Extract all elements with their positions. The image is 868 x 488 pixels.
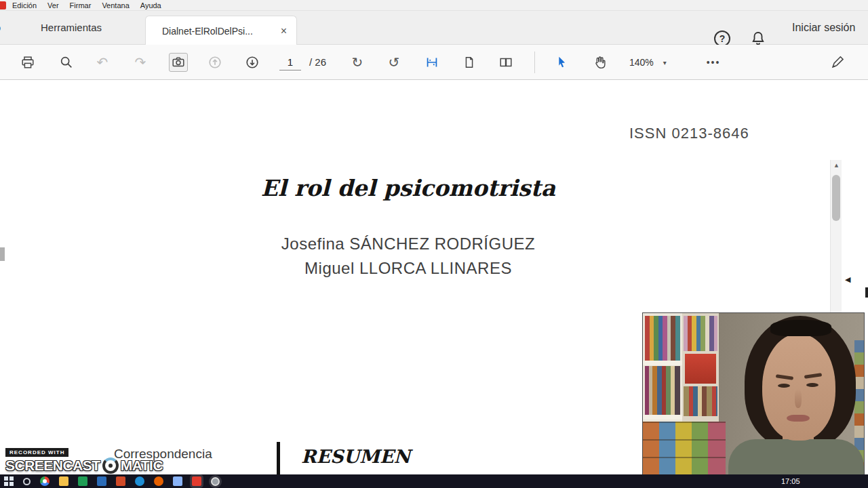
acrobat-reader-icon[interactable] bbox=[192, 476, 201, 486]
scroll-up-arrow-icon[interactable]: ▲ bbox=[831, 160, 842, 171]
rotate-counterclockwise-button[interactable]: ↺ bbox=[384, 53, 403, 72]
menu-item-ver[interactable]: Ver bbox=[47, 1, 59, 9]
next-page-button[interactable] bbox=[243, 53, 262, 72]
zoom-level-select[interactable]: 140% ▾ bbox=[625, 53, 671, 72]
zoom-level-value: 140% bbox=[629, 57, 654, 68]
select-tool-button[interactable] bbox=[552, 53, 571, 72]
hand-tool-button[interactable] bbox=[590, 53, 609, 72]
rotate-clockwise-button[interactable]: ↻ bbox=[348, 53, 367, 72]
tab-document-label: Dialnet-ElRolDelPsi... bbox=[162, 26, 278, 37]
more-tools-button[interactable]: ••• bbox=[704, 53, 723, 72]
firefox-icon[interactable] bbox=[154, 476, 163, 486]
red-box bbox=[685, 354, 716, 384]
books-row bbox=[684, 386, 717, 416]
excel-icon[interactable] bbox=[78, 476, 87, 486]
eye bbox=[806, 383, 818, 387]
screencast-brand-right: MATIC bbox=[121, 458, 163, 474]
powerpoint-icon[interactable] bbox=[116, 476, 125, 486]
chrome-icon[interactable] bbox=[40, 476, 50, 486]
undo-button[interactable]: ↶ bbox=[93, 53, 112, 72]
file-explorer-icon[interactable] bbox=[59, 476, 68, 486]
previous-page-button[interactable] bbox=[205, 53, 224, 72]
tools-pane-edge-mark bbox=[865, 287, 868, 298]
chevron-down-icon: ▾ bbox=[663, 59, 667, 66]
sign-in-button[interactable]: Iniciar sesión bbox=[792, 11, 868, 45]
article-authors: Josefina SÁNCHEZ RODRÍGUEZ Miguel LLORCA… bbox=[0, 232, 816, 281]
page-scrolling-mode-icon[interactable] bbox=[422, 53, 441, 72]
abstract-rule bbox=[277, 442, 280, 477]
screencast-recorder-icon[interactable] bbox=[211, 477, 220, 486]
redo-button[interactable]: ↷ bbox=[131, 53, 150, 72]
menu-item-ventana[interactable]: Ventana bbox=[102, 1, 129, 9]
article-title: El rol del psicomotrista bbox=[0, 175, 816, 201]
tab-tools[interactable]: Herramientas bbox=[41, 11, 102, 45]
screencast-o-matic-logo-icon bbox=[102, 458, 119, 474]
taskbar: 17:05 bbox=[0, 474, 868, 488]
menu-item-edicion[interactable]: Edición bbox=[12, 1, 37, 9]
toy-drawers bbox=[643, 422, 726, 474]
print-button[interactable] bbox=[18, 53, 37, 72]
toolbar-divider bbox=[534, 52, 535, 73]
sunglasses-on-head bbox=[770, 320, 831, 336]
taskbar-clock[interactable]: 17:05 bbox=[781, 474, 800, 488]
page-count-label: / 26 bbox=[309, 45, 326, 80]
word-icon[interactable] bbox=[97, 476, 106, 486]
fill-sign-pen-icon[interactable] bbox=[828, 53, 847, 72]
app-icon bbox=[0, 1, 6, 9]
person-shirt bbox=[728, 439, 864, 474]
recorded-with-label: RECORDED WITH bbox=[5, 448, 68, 457]
toolbar: ↶ ↷ / 26 ↻ ↺ 140% ▾ ••• bbox=[0, 45, 868, 80]
start-button-icon[interactable] bbox=[4, 476, 14, 486]
nose bbox=[795, 389, 802, 408]
search-icon[interactable] bbox=[57, 53, 76, 72]
lips bbox=[787, 415, 810, 422]
menu-item-ayuda[interactable]: Ayuda bbox=[140, 1, 161, 9]
screencast-brand-left: SCREENCAST bbox=[5, 458, 100, 474]
shelf-board bbox=[643, 361, 682, 365]
close-tab-icon[interactable]: × bbox=[278, 25, 290, 37]
webcam-overlay bbox=[643, 313, 864, 474]
books-row bbox=[645, 366, 680, 415]
snapshot-camera-button[interactable] bbox=[169, 53, 188, 72]
author-line: Josefina SÁNCHEZ RODRÍGUEZ bbox=[0, 232, 816, 256]
books-row bbox=[684, 316, 717, 351]
edge-icon[interactable] bbox=[135, 476, 144, 486]
two-page-view-button[interactable] bbox=[496, 53, 515, 72]
single-page-view-button[interactable] bbox=[460, 53, 479, 72]
scrollbar-thumb[interactable] bbox=[832, 175, 840, 221]
abstract-heading: RESUMEN bbox=[301, 446, 410, 467]
tab-bar: Inicio Herramientas Dialnet-ElRolDelPsi.… bbox=[0, 11, 868, 45]
menu-item-firmar[interactable]: Firmar bbox=[70, 1, 92, 9]
shelf-board bbox=[643, 415, 682, 420]
eye bbox=[778, 384, 790, 388]
menu-bar: Edición Ver Firmar Ventana Ayuda bbox=[0, 0, 868, 11]
page-number-input[interactable] bbox=[279, 54, 301, 70]
taskbar-search-icon[interactable] bbox=[23, 478, 31, 485]
books-row bbox=[645, 316, 680, 361]
tab-document[interactable]: Dialnet-ElRolDelPsi... × bbox=[145, 16, 297, 45]
nav-panel-handle[interactable] bbox=[0, 247, 5, 261]
screencast-watermark: RECORDED WITH SCREENCAST MATIC bbox=[5, 445, 168, 474]
author-line: Miguel LLORCA LLINARES bbox=[0, 256, 816, 281]
person-face bbox=[762, 333, 835, 441]
tab-home[interactable]: Inicio bbox=[0, 11, 1, 45]
paint-icon[interactable] bbox=[173, 476, 182, 486]
issn-line: ISSN 0213-8646 bbox=[629, 125, 749, 142]
collapse-tools-arrow-icon[interactable]: ◀ bbox=[845, 275, 850, 284]
